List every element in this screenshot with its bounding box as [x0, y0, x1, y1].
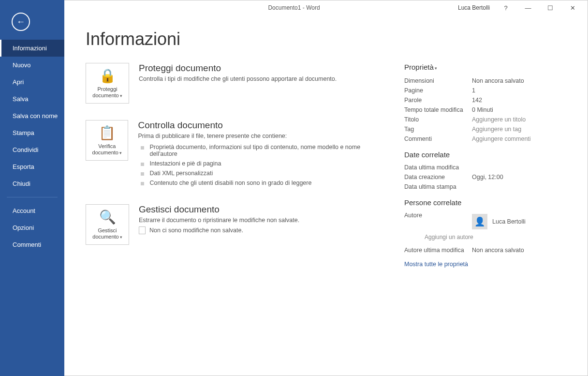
sidebar-item-chiudi[interactable]: Chiudi	[0, 175, 64, 192]
property-key: Tag	[404, 126, 472, 133]
inspect-desc: Prima di pubblicare il file, tenere pres…	[138, 133, 385, 139]
back-button[interactable]: ←	[12, 13, 30, 31]
author-label: Autore	[404, 212, 472, 232]
page-title: Informazioni	[86, 29, 569, 49]
author-name: Luca Bertolli	[492, 218, 526, 225]
property-row: DimensioniNon ancora salvato	[404, 76, 569, 86]
sidebar-item-account[interactable]: Account	[0, 202, 64, 219]
property-value: 1	[472, 87, 475, 94]
author-person[interactable]: 👤 Luca Bertolli	[472, 214, 526, 229]
no-changes-text: Non ci sono modifiche non salvate.	[149, 227, 243, 234]
protect-desc: Controlla i tipi di modifiche che gli ut…	[139, 75, 337, 82]
date-key: Data creazione	[404, 174, 472, 180]
property-key: Titolo	[404, 116, 472, 123]
property-value[interactable]: Aggiungere un titolo	[472, 116, 526, 123]
lock-icon: 🔒	[99, 68, 116, 84]
property-key: Dimensioni	[404, 77, 472, 84]
property-row: TitoloAggiungere un titolo	[404, 115, 569, 124]
property-value: Non ancora salvato	[472, 77, 524, 84]
properties-panel: Proprietà DimensioniNon ancora salvatoPa…	[404, 63, 569, 268]
protect-document-button[interactable]: 🔒 Proteggi documento	[86, 63, 129, 104]
dates-header: Date correlate	[404, 150, 569, 159]
add-author-link[interactable]: Aggiungi un autore	[425, 234, 569, 241]
help-button[interactable]: ?	[495, 0, 517, 15]
property-key: Pagine	[404, 87, 472, 94]
sidebar-separator	[7, 197, 58, 197]
inspect-list: Proprietà documento, informazioni sul ti…	[138, 142, 385, 188]
checklist-icon: 📋	[99, 125, 116, 141]
manage-section: 🔍 Gestisci documento Gestisci documento …	[86, 204, 385, 245]
sidebar-item-stampa[interactable]: Stampa	[0, 124, 64, 141]
sidebar-item-salva-con-nome[interactable]: Salva con nome	[0, 107, 64, 124]
property-row: Tempo totale modifica0 Minuti	[404, 105, 569, 115]
inspect-document-button[interactable]: 📋 Verifica documento	[86, 120, 128, 161]
lastmod-author-label: Autore ultima modifica	[404, 247, 472, 254]
sidebar-item-opzioni[interactable]: Opzioni	[0, 219, 64, 236]
inspect-section: 📋 Verifica documento Controlla documento…	[86, 120, 385, 188]
manage-desc: Estrarre il documento o ripristinare le …	[139, 217, 299, 224]
no-changes-row: Non ci sono modifiche non salvate.	[139, 226, 299, 234]
sidebar-item-apri[interactable]: Apri	[0, 74, 64, 90]
minimize-button[interactable]: —	[517, 0, 539, 15]
date-row: Data ultima stampa	[404, 182, 569, 192]
date-key: Data ultima modifica	[404, 164, 472, 171]
inspect-item: Contenuto che gli utenti disabili non so…	[138, 178, 385, 188]
inspect-item: Intestazioni e piè di pagina	[138, 159, 385, 168]
sidebar-item-esporta[interactable]: Esporta	[0, 158, 64, 175]
sidebar-item-commenti[interactable]: Commenti	[0, 236, 64, 253]
property-row: CommentiAggiungere commenti	[404, 134, 569, 144]
inspect-title: Controlla documento	[138, 120, 385, 131]
property-value: 0 Minuti	[472, 106, 493, 113]
date-key: Data ultima stampa	[404, 183, 472, 190]
property-value: 142	[472, 97, 482, 104]
inspect-item: Proprietà documento, informazioni sul ti…	[138, 142, 385, 159]
date-value: Oggi, 12:00	[472, 174, 503, 180]
date-row: Data ultima modifica	[404, 163, 569, 172]
main-panel: Informazioni 🔒 Proteggi documento Proteg…	[64, 15, 588, 376]
property-row: Parole142	[404, 95, 569, 105]
page-icon	[139, 226, 146, 234]
sidebar-item-condividi[interactable]: Condividi	[0, 141, 64, 158]
property-key: Commenti	[404, 135, 472, 142]
manage-button-label: Gestisci documento	[88, 227, 127, 240]
sidebar-item-nuovo[interactable]: Nuovo	[0, 57, 64, 74]
date-row: Data creazioneOggi, 12:00	[404, 172, 569, 182]
manage-document-button[interactable]: 🔍 Gestisci documento	[86, 204, 129, 245]
manage-title: Gestisci documento	[139, 204, 299, 215]
inspect-item: Dati XML personalizzati	[138, 168, 385, 178]
window-title: Documento1 - Word	[268, 4, 320, 11]
protect-button-label: Proteggi documento	[88, 86, 127, 99]
titlebar: Documento1 - Word Luca Bertolli ? — ☐ ✕	[0, 0, 588, 15]
backstage-sidebar: ← Informazioni Nuovo Apri Salva Salva co…	[0, 0, 64, 376]
property-key: Tempo totale modifica	[404, 106, 472, 113]
sidebar-item-informazioni[interactable]: Informazioni	[0, 40, 64, 57]
property-row: Pagine1	[404, 86, 569, 95]
protect-title: Proteggi documento	[139, 63, 337, 74]
close-button[interactable]: ✕	[561, 0, 584, 15]
user-name[interactable]: Luca Bertolli	[458, 4, 490, 11]
properties-dropdown[interactable]: Proprietà	[404, 63, 569, 71]
protect-section: 🔒 Proteggi documento Proteggi documento …	[86, 63, 385, 104]
property-row: TagAggiungere un tag	[404, 124, 569, 134]
people-header: Persone correlate	[404, 198, 569, 207]
document-search-icon: 🔍	[99, 209, 116, 226]
maximize-button[interactable]: ☐	[539, 0, 561, 15]
avatar-icon: 👤	[472, 214, 487, 229]
property-value[interactable]: Aggiungere commenti	[472, 135, 531, 142]
sidebar-item-salva[interactable]: Salva	[0, 90, 64, 107]
show-all-properties-link[interactable]: Mostra tutte le proprietà	[404, 261, 569, 268]
property-value[interactable]: Aggiungere un tag	[472, 126, 521, 133]
inspect-button-label: Verifica documento	[88, 143, 126, 156]
property-key: Parole	[404, 97, 472, 104]
lastmod-author-value: Non ancora salvato	[472, 247, 524, 254]
